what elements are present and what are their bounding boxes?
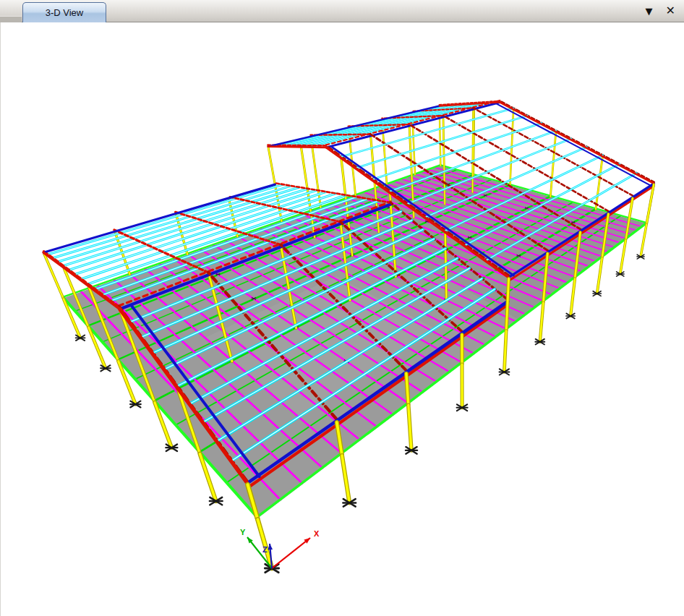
svg-text:Z: Z — [262, 545, 268, 554]
tab-bar-controls: ▼ ✕ — [643, 0, 678, 22]
chevron-down-icon[interactable]: ▼ — [643, 5, 656, 17]
tab-3d-view-label: 3-D View — [46, 7, 84, 18]
view-canvas[interactable]: XYZ — [0, 22, 684, 616]
axis-triad: XYZ — [240, 528, 320, 568]
close-icon[interactable]: ✕ — [663, 4, 678, 18]
application-window: 3-D View ▼ ✕ XYZ — [0, 0, 684, 616]
view-tab-bar: 3-D View ▼ ✕ — [0, 0, 684, 22]
svg-text:Y: Y — [240, 528, 246, 536]
svg-text:X: X — [314, 529, 320, 538]
x-axis-arrow: X — [272, 529, 320, 568]
tab-3d-view[interactable]: 3-D View — [22, 2, 106, 22]
structure-3d-scene[interactable]: XYZ — [1, 22, 684, 616]
tab-well-edge — [0, 16, 22, 22]
